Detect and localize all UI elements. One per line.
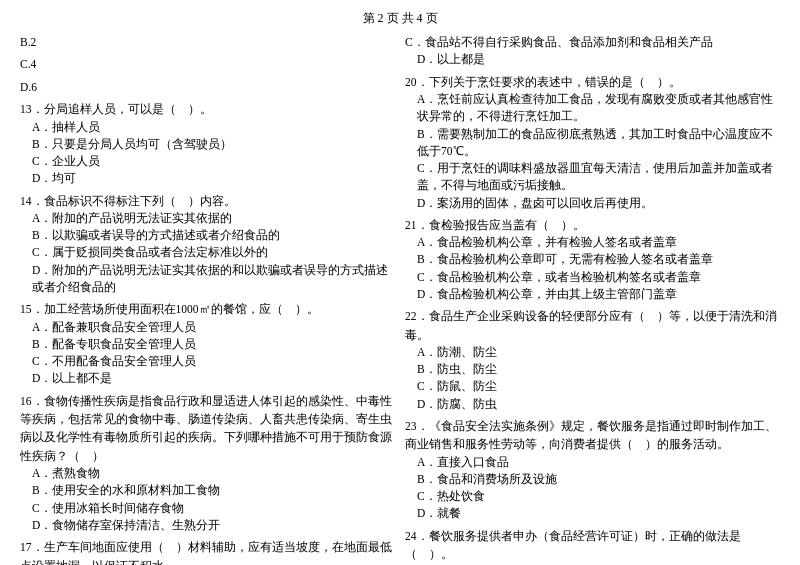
option-text: B．防虫、防尘	[405, 361, 780, 378]
question-text: 15．加工经营场所使用面积在1000㎡的餐馆，应（ ）。	[20, 300, 395, 318]
question-text: C.4	[20, 55, 395, 73]
option-text: A．抽样人员	[20, 119, 395, 136]
right-column: C．食品站不得自行采购食品、食品添加剂和食品相关产品D．以上都是20．下列关于烹…	[405, 33, 780, 565]
question-block: 24．餐饮服务提供者申办（食品经营许可证）时，正确的做法是（ ）。A．一所学校内…	[405, 527, 780, 565]
question-text: 24．餐饮服务提供者申办（食品经营许可证）时，正确的做法是（ ）。	[405, 527, 780, 564]
option-text: B．需要熟制加工的食品应彻底煮熟透，其加工时食品中心温度应不低于70℃。	[405, 126, 780, 161]
option-text: C．热处饮食	[405, 488, 780, 505]
question-text: 21．食检验报告应当盖有（ ）。	[405, 216, 780, 234]
question-block: B.2	[20, 33, 395, 51]
option-text: C．使用冰箱长时间储存食物	[20, 500, 395, 517]
question-text: C．食品站不得自行采购食品、食品添加剂和食品相关产品	[405, 33, 780, 51]
option-text: D．食品检验机构公章，并由其上级主管部门盖章	[405, 286, 780, 303]
question-text: 14．食品标识不得标注下列（ ）内容。	[20, 192, 395, 210]
option-text: A．附加的产品说明无法证实其依据的	[20, 210, 395, 227]
question-block: 14．食品标识不得标注下列（ ）内容。A．附加的产品说明无法证实其依据的B．以欺…	[20, 192, 395, 297]
question-text: 22．食品生产企业采购设备的轻便部分应有（ ）等，以便于清洗和消毒。	[405, 307, 780, 344]
option-text: C．企业人员	[20, 153, 395, 170]
option-text: D．以上都不是	[20, 370, 395, 387]
option-text: A．直接入口食品	[405, 454, 780, 471]
option-text: A．煮熟食物	[20, 465, 395, 482]
option-text: A．配备兼职食品安全管理人员	[20, 319, 395, 336]
question-block: 21．食检验报告应当盖有（ ）。A．食品检验机构公章，并有检验人签名或者盖章B．…	[405, 216, 780, 303]
question-text: D.6	[20, 78, 395, 96]
option-text: D．均可	[20, 170, 395, 187]
option-text: A．食品检验机构公章，并有检验人签名或者盖章	[405, 234, 780, 251]
option-text: D．食物储存室保持清洁、生熟分开	[20, 517, 395, 534]
question-block: 16．食物传播性疾病是指食品行政和显适进人体引起的感染性、中毒性等疾病，包括常见…	[20, 392, 395, 535]
option-text: C．不用配备食品安全管理人员	[20, 353, 395, 370]
option-text: B．食品和消费场所及设施	[405, 471, 780, 488]
question-block: 13．分局追样人员，可以是（ ）。A．抽样人员B．只要是分局人员均可（含驾驶员）…	[20, 100, 395, 187]
question-text: B.2	[20, 33, 395, 51]
option-text: C．防鼠、防尘	[405, 378, 780, 395]
question-block: C.4	[20, 55, 395, 73]
question-text: 20．下列关于烹饪要求的表述中，错误的是（ ）。	[405, 73, 780, 91]
question-block: C．食品站不得自行采购食品、食品添加剂和食品相关产品D．以上都是	[405, 33, 780, 69]
option-text: D．防腐、防虫	[405, 396, 780, 413]
option-text: B．配备专职食品安全管理人员	[20, 336, 395, 353]
question-block: 22．食品生产企业采购设备的轻便部分应有（ ）等，以便于清洗和消毒。A．防潮、防…	[405, 307, 780, 413]
question-text: 16．食物传播性疾病是指食品行政和显适进人体引起的感染性、中毒性等疾病，包括常见…	[20, 392, 395, 466]
question-block: 23．《食品安全法实施条例》规定，餐饮服务是指通过即时制作加工、商业销售和服务性…	[405, 417, 780, 523]
option-text: D．以上都是	[405, 51, 780, 68]
option-text: C．属于贬损同类食品或者合法定标准以外的	[20, 244, 395, 261]
option-text: C．食品检验机构公章，或者当检验机构签名或者盖章	[405, 269, 780, 286]
question-block: D.6	[20, 78, 395, 96]
question-block: 15．加工经营场所使用面积在1000㎡的餐馆，应（ ）。A．配备兼职食品安全管理…	[20, 300, 395, 387]
option-text: B．以欺骗或者误导的方式描述或者介绍食品的	[20, 227, 395, 244]
option-text: A．烹饪前应认真检查待加工食品，发现有腐败变质或者其他感官性状异常的，不得进行烹…	[405, 91, 780, 126]
question-block: 20．下列关于烹饪要求的表述中，错误的是（ ）。A．烹饪前应认真检查待加工食品，…	[405, 73, 780, 212]
question-text: 13．分局追样人员，可以是（ ）。	[20, 100, 395, 118]
option-text: B．食品检验机构公章即可，无需有检验人签名或者盖章	[405, 251, 780, 268]
option-text: A．防潮、防尘	[405, 344, 780, 361]
option-text: B．使用安全的水和原材料加工食物	[20, 482, 395, 499]
option-text: D．案汤用的固体，盘卤可以回收后再使用。	[405, 195, 780, 212]
option-text: D．附加的产品说明无法证实其依据的和以欺骗或者误导的方式描述或者介绍食品的	[20, 262, 395, 297]
left-column: B.2C.4D.613．分局追样人员，可以是（ ）。A．抽样人员B．只要是分局人…	[20, 33, 395, 565]
option-text: B．只要是分局人员均可（含驾驶员）	[20, 136, 395, 153]
option-text: C．用于烹饪的调味料盛放器皿宜每天清洁，使用后加盖并加盖或者盖，不得与地面或污垢…	[405, 160, 780, 195]
option-text: D．就餐	[405, 505, 780, 522]
question-text: 23．《食品安全法实施条例》规定，餐饮服务是指通过即时制作加工、商业销售和服务性…	[405, 417, 780, 454]
page-container: 第 2 页 共 4 页 B.2C.4D.613．分局追样人员，可以是（ ）。A．…	[20, 10, 780, 565]
page-indicator: 第 2 页 共 4 页	[20, 10, 780, 27]
two-column-layout: B.2C.4D.613．分局追样人员，可以是（ ）。A．抽样人员B．只要是分局人…	[20, 33, 780, 565]
question-block: 17．生产车间地面应使用（ ）材料辅助，应有适当坡度，在地面最低点设置地漏，以保…	[20, 538, 395, 565]
question-text: 17．生产车间地面应使用（ ）材料辅助，应有适当坡度，在地面最低点设置地漏，以保…	[20, 538, 395, 565]
